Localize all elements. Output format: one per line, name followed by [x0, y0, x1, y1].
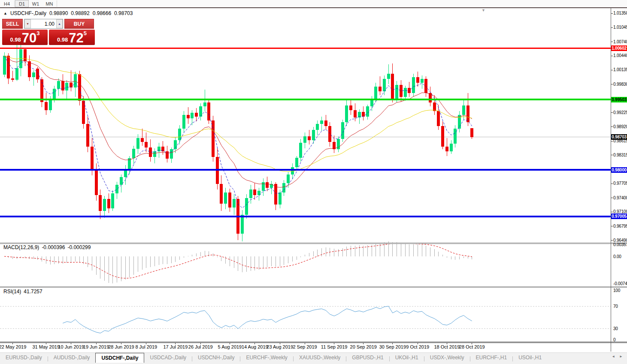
bear-candle-body	[437, 111, 440, 126]
bear-candle-body	[91, 147, 94, 171]
chart-tab-usdx-weekly[interactable]: USDX-,Weekly	[424, 353, 470, 362]
level-line-0.97005[interactable]	[0, 216, 611, 217]
rsi-label: RSI(14) 41.7257	[3, 289, 42, 295]
price-level-badge-0.97005: 0.97005	[611, 214, 627, 219]
chart-tab-usdchf-daily[interactable]: USDCHF-,Daily	[95, 353, 144, 363]
bull-candle-body	[233, 199, 236, 208]
bull-candle-body	[462, 105, 465, 115]
date-axis-label: 10 Jun 2019	[58, 344, 84, 349]
date-axis-label: 18 Oct 2019	[434, 344, 460, 349]
bull-candle-body	[65, 83, 68, 90]
bid-price-panel[interactable]: 0.98 70 3	[2, 30, 48, 45]
chart-tab-audusd-daily[interactable]: AUDUSD-,Daily	[48, 353, 96, 362]
date-axis-label: 23 Aug 2019	[267, 344, 293, 349]
volume-stepper: ▼ 1.00 ▲	[24, 19, 63, 29]
ma-34-line	[4, 56, 472, 171]
tab-scroll-arrows: ◄ ►	[612, 355, 623, 358]
chevron-up-icon: ▲	[58, 22, 61, 25]
ask-price-prefix: 0.98	[57, 36, 68, 43]
rsi-title: RSI(14)	[3, 289, 21, 295]
bear-candle-body	[24, 49, 27, 61]
bear-candle-body	[145, 142, 148, 147]
bear-candle-body	[107, 199, 110, 208]
bull-candle-body	[57, 81, 60, 88]
bull-candle-body	[103, 199, 106, 211]
volume-increase-button[interactable]: ▲	[56, 19, 63, 28]
level-line-1.00602[interactable]	[0, 48, 611, 49]
price-axis-label: 0.97705	[613, 181, 627, 186]
rsi-line	[63, 306, 472, 333]
bear-candle-body	[445, 147, 448, 151]
volume-input[interactable]: 1.00	[31, 19, 56, 28]
date-axis-label: 28 Oct 2019	[459, 344, 485, 349]
bid-price-prefix: 0.98	[10, 36, 21, 43]
date-axis-label: 31 May 2019	[32, 344, 60, 349]
bear-candle-body	[253, 190, 256, 195]
volume-decrease-button[interactable]: ▼	[24, 19, 31, 28]
date-axis-label: 20 Sep 2019	[350, 344, 377, 349]
chart-tab-eurchf-weekly[interactable]: EURCHF-,Weekly	[240, 353, 293, 362]
chart-tab-eurusd-daily[interactable]: EURUSD-,Daily	[0, 353, 48, 362]
tab-scroll-left-icon[interactable]: ◄	[612, 355, 615, 358]
macd-axis-label: -0.00749	[613, 281, 627, 286]
bull-candle-body	[115, 185, 118, 193]
date-axis-label: 8 Jul 2019	[135, 344, 157, 349]
buy-button[interactable]: BUY	[64, 19, 94, 29]
date-axis-label: 11 Sep 2019	[321, 344, 348, 349]
ohlc-close: 0.98703	[114, 10, 133, 16]
bull-candle-body	[299, 143, 302, 158]
bull-candle-body	[454, 129, 457, 144]
bull-candle-body	[320, 120, 323, 124]
chart-tab-eurchf-h1[interactable]: EURCHF-,H1	[470, 353, 513, 362]
bull-candle-body	[241, 215, 244, 234]
chart-shift-marker-icon[interactable]: ▼	[482, 8, 485, 12]
bull-candle-body	[312, 130, 315, 140]
bull-candle-body	[287, 174, 290, 183]
chart-tab-xauusd-weekly[interactable]: XAUUSD-,Weekly	[294, 353, 346, 362]
bear-candle-body	[141, 138, 144, 142]
date-axis-label: 2 Sep 2019	[293, 344, 317, 349]
bear-candle-body	[78, 74, 81, 101]
chart-tab-usdcad-daily[interactable]: USDCAD-,Daily	[144, 353, 192, 362]
ohlc-low: 0.98666	[93, 10, 111, 16]
tab-scroll-right-icon[interactable]: ►	[619, 355, 623, 358]
bear-candle-body	[11, 78, 14, 80]
level-line-0.99503[interactable]	[0, 99, 611, 100]
date-axis-label: 26 Jul 2019	[188, 344, 213, 349]
chart-tab-usoil-h1[interactable]: USOil-,H1	[513, 353, 547, 362]
price-level-badge-0.98000: 0.98000	[611, 167, 627, 173]
chart-tab-gbpusd-h1[interactable]: GBPUSD-,H1	[346, 353, 389, 362]
bull-candle-body	[387, 74, 390, 79]
bear-candle-body	[45, 102, 48, 110]
ask-price-sup: 5	[84, 30, 87, 36]
bull-candle-body	[295, 158, 298, 167]
price-axis-label: 0.97400	[613, 196, 627, 200]
bear-candle-body	[328, 126, 331, 142]
price-chart-canvas[interactable]	[0, 0, 627, 364]
chart-tab-ukoil-h1[interactable]: UKOil-,H1	[390, 353, 424, 362]
chart-tab-usdcnh-daily[interactable]: USDCNH-,Daily	[192, 353, 240, 362]
sell-button[interactable]: SELL	[2, 19, 23, 29]
main-macd-separator[interactable]	[0, 243, 627, 244]
price-axis-line	[611, 8, 611, 352]
ask-price-panel[interactable]: 0.98 72 5	[49, 30, 95, 45]
bull-candle-body	[170, 149, 173, 159]
macd-value: -0.000396	[42, 244, 65, 250]
level-line-0.98000[interactable]	[0, 169, 611, 171]
macd-signal-value: -0.000299	[67, 244, 91, 250]
bull-candle-body	[404, 88, 407, 97]
bear-candle-body	[416, 77, 419, 83]
bull-candle-body	[53, 89, 56, 99]
bear-candle-body	[212, 120, 215, 157]
bull-candle-body	[291, 167, 294, 174]
macd-rsi-separator[interactable]	[0, 286, 627, 288]
rsi-value: 41.7257	[24, 289, 42, 295]
bear-candle-body	[354, 110, 357, 117]
bull-candle-body	[366, 106, 369, 117]
rsi-axis-label: 0	[613, 337, 615, 342]
price-axis-label: 1.00135	[613, 67, 627, 72]
date-axis-label: 14 Aug 2019	[242, 344, 268, 349]
bull-candle-body	[249, 190, 252, 198]
bull-candle-body	[345, 105, 348, 122]
bear-candle-body	[266, 182, 269, 188]
